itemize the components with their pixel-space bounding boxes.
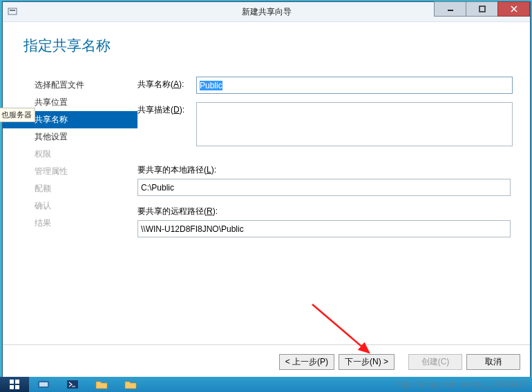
- share-name-label: 共享名称(A):: [137, 77, 196, 90]
- svg-rect-7: [10, 380, 14, 384]
- svg-rect-9: [10, 385, 14, 389]
- cancel-button[interactable]: 取消: [466, 354, 520, 370]
- svg-rect-12: [39, 382, 48, 386]
- step-other-settings[interactable]: 其他设置: [3, 128, 137, 146]
- local-path-value: [137, 179, 511, 196]
- app-icon: [3, 2, 22, 21]
- taskbar-powershell-icon[interactable]: [58, 377, 87, 392]
- taskbar: [0, 377, 532, 392]
- svg-rect-10: [15, 385, 19, 389]
- step-result: 结果: [3, 215, 137, 232]
- tooltip: 也服务器: [0, 108, 35, 122]
- titlebar: 新建共享向导: [3, 2, 530, 22]
- svg-rect-8: [15, 380, 19, 384]
- minimize-button[interactable]: [434, 1, 466, 17]
- remote-path-value: [137, 220, 511, 237]
- step-quota: 配额: [3, 180, 137, 197]
- taskbar-folder-icon[interactable]: [116, 377, 145, 392]
- remote-path-label: 要共享的远程路径(R):: [137, 206, 513, 217]
- local-path-label: 要共享的本地路径(L):: [137, 164, 513, 176]
- step-confirm: 确认: [3, 197, 137, 215]
- step-permissions: 权限: [3, 146, 137, 163]
- step-mgmt-props: 管理属性: [3, 163, 137, 180]
- svg-rect-0: [8, 8, 17, 14]
- close-button[interactable]: [497, 1, 530, 17]
- step-select-profile[interactable]: 选择配置文件: [3, 77, 137, 94]
- prev-button[interactable]: < 上一步(P): [279, 354, 334, 370]
- wizard-footer: < 上一步(P) 下一步(N) > 创建(C) 取消: [3, 344, 530, 378]
- start-button[interactable]: [0, 377, 29, 392]
- taskbar-explorer-icon[interactable]: [87, 377, 116, 392]
- wizard-body: 选择配置文件 共享位置 共享名称 其他设置 权限 管理属性 配额 确认 结果 共…: [3, 67, 530, 344]
- maximize-button[interactable]: [466, 1, 498, 17]
- create-button: 创建(C): [408, 354, 462, 370]
- share-desc-input[interactable]: [196, 102, 513, 146]
- form-area: 共享名称(A): 共享描述(D): 要共享的本地路径(L): 要共享的远程路径(…: [137, 67, 530, 344]
- svg-rect-1: [10, 10, 15, 11]
- svg-rect-3: [479, 6, 485, 12]
- window-buttons: [435, 1, 530, 17]
- share-desc-label: 共享描述(D):: [137, 102, 196, 116]
- wizard-dialog: 新建共享向导 指定共享名称 选择配置文件 共享位置 共享名称 其他设置 权限 管…: [2, 1, 531, 379]
- page-heading: 指定共享名称: [3, 22, 530, 55]
- share-name-input[interactable]: [196, 77, 513, 94]
- next-button[interactable]: 下一步(N) >: [339, 354, 395, 370]
- taskbar-server-manager-icon[interactable]: [29, 377, 58, 392]
